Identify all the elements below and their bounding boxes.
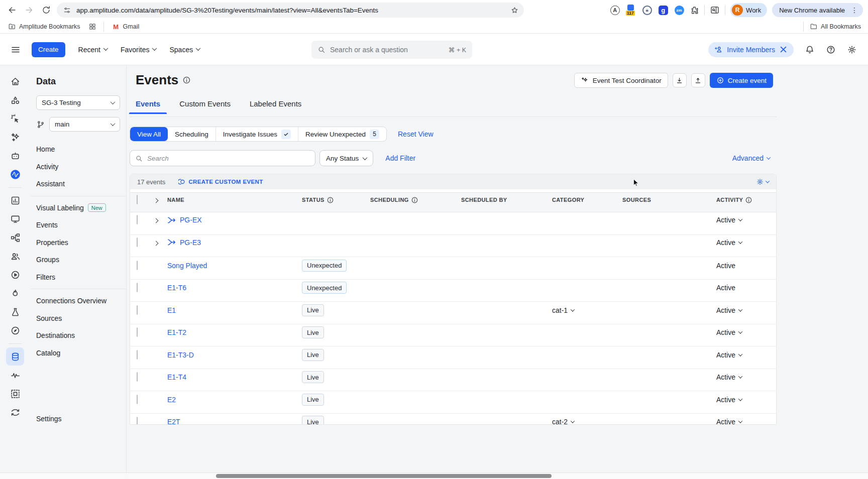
- site-settings-icon[interactable]: [63, 6, 71, 15]
- bookmark-star-icon[interactable]: [510, 6, 519, 15]
- row-checkbox[interactable]: [137, 305, 138, 315]
- password-manager-icon[interactable]: 117: [625, 5, 636, 16]
- row-checkbox[interactable]: [137, 350, 138, 360]
- rail-item-bar-chart[interactable]: [6, 191, 24, 209]
- create-custom-event-link[interactable]: CREATE CUSTOM EVENT: [178, 178, 263, 185]
- table-search-input[interactable]: Search: [130, 150, 315, 166]
- rail-item-robot[interactable]: [6, 147, 24, 165]
- column-header-activity[interactable]: ACTIVITY: [716, 197, 776, 203]
- sidebar-item-settings[interactable]: Settings: [36, 415, 62, 423]
- tab-custom-events[interactable]: Custom Events: [179, 99, 231, 114]
- activity-dropdown[interactable]: Active: [716, 238, 776, 247]
- info-icon[interactable]: [183, 76, 190, 84]
- column-header-scheduling[interactable]: SCHEDULING: [370, 197, 461, 203]
- segment-review-unexpected[interactable]: Review Unexpected5: [298, 127, 386, 141]
- notifications-bell-icon[interactable]: [805, 45, 815, 55]
- tab-labeled-events[interactable]: Labeled Events: [250, 99, 301, 114]
- grammarly-icon[interactable]: g: [658, 5, 669, 16]
- extensions-puzzle-icon[interactable]: [690, 6, 699, 15]
- horizontal-scrollbar-thumb[interactable]: [216, 474, 552, 478]
- rail-item-monitor[interactable]: [6, 210, 24, 228]
- event-name-link[interactable]: E2: [167, 396, 176, 404]
- event-name-link[interactable]: E1-T2: [167, 328, 186, 336]
- select-all-checkbox[interactable]: [137, 195, 138, 204]
- rail-item-flame[interactable]: [6, 284, 24, 302]
- event-name-link[interactable]: E1-T6: [167, 284, 186, 292]
- expand-all-chevron[interactable]: [154, 195, 161, 204]
- sidebar-item-home[interactable]: Home: [30, 141, 126, 158]
- activity-dropdown[interactable]: Active: [716, 351, 776, 359]
- rail-item-compass[interactable]: [6, 321, 24, 339]
- row-checkbox[interactable]: [137, 283, 138, 292]
- sidebar-item-events[interactable]: Events: [30, 216, 126, 234]
- activity-dropdown[interactable]: Active: [716, 396, 776, 404]
- sidebar-item-assistant[interactable]: Assistant: [30, 175, 126, 193]
- column-header-sources[interactable]: SOURCES: [622, 197, 716, 203]
- segment-investigate-issues[interactable]: Investigate Issues: [216, 127, 298, 141]
- row-checkbox[interactable]: [137, 237, 138, 247]
- sidebar-item-groups[interactable]: Groups: [30, 251, 126, 269]
- rail-item-database[interactable]: [6, 347, 24, 366]
- row-checkbox[interactable]: [137, 395, 138, 404]
- rail-item-home[interactable]: [6, 72, 24, 90]
- add-filter-link[interactable]: Add Filter: [385, 154, 415, 162]
- activity-dropdown[interactable]: Active: [716, 373, 776, 381]
- overflow-menu-icon[interactable]: ⋮: [849, 6, 860, 14]
- advanced-link[interactable]: Advanced: [732, 154, 770, 162]
- back-icon[interactable]: [7, 5, 17, 15]
- lock-extension-icon[interactable]: 🔒︎: [641, 5, 653, 16]
- favorites-menu[interactable]: Favorites: [121, 46, 157, 54]
- extension-a-icon[interactable]: A: [609, 5, 620, 16]
- event-test-coordinator-button[interactable]: Event Test Coordinator: [574, 73, 668, 88]
- help-icon[interactable]: [826, 45, 836, 55]
- column-header-scheduled-by[interactable]: SCHEDULED BY: [461, 197, 552, 203]
- event-name-link[interactable]: E1-T3-D: [167, 351, 194, 359]
- bookmark-gmail[interactable]: M Gmail: [112, 23, 140, 31]
- event-name-link[interactable]: PG-E3: [180, 238, 201, 247]
- row-checkbox[interactable]: [137, 372, 138, 382]
- forward-icon[interactable]: [24, 5, 34, 15]
- close-icon[interactable]: [779, 45, 788, 54]
- sidebar-item-visual-labeling[interactable]: Visual LabelingNew: [30, 199, 126, 217]
- profile-chip[interactable]: R Work: [730, 3, 767, 17]
- rail-item-flow[interactable]: [6, 228, 24, 247]
- rail-item-dotted-square[interactable]: [6, 385, 24, 403]
- activity-dropdown[interactable]: Active: [716, 328, 776, 336]
- spaces-menu[interactable]: Spaces: [169, 46, 200, 54]
- branch-select[interactable]: main: [49, 117, 120, 132]
- column-header-category[interactable]: CATEGORY: [552, 197, 622, 203]
- address-bar[interactable]: app.amplitude.com/data/amplitude/SG-3%20…: [57, 3, 524, 18]
- column-header-status[interactable]: STATUS: [302, 197, 370, 203]
- event-name-link[interactable]: E1-T4: [167, 373, 186, 381]
- reset-view-link[interactable]: Reset View: [398, 130, 433, 138]
- rail-item-shapes[interactable]: [6, 91, 24, 109]
- all-bookmarks-button[interactable]: All Bookmarks: [810, 23, 861, 31]
- activity-dropdown[interactable]: Active: [716, 418, 776, 425]
- url-text[interactable]: app.amplitude.com/data/amplitude/SG-3%20…: [76, 7, 510, 14]
- reload-icon[interactable]: [41, 5, 51, 15]
- bookmark-folder-amplitude[interactable]: Amplitude Bookmarks: [8, 23, 80, 31]
- sidebar-item-sources[interactable]: Sources: [30, 310, 126, 327]
- sidebar-item-catalog[interactable]: Catalog: [30, 344, 126, 362]
- status-filter-dropdown[interactable]: Any Status: [319, 150, 373, 166]
- rail-item-flask[interactable]: [6, 303, 24, 321]
- event-name-link[interactable]: E1: [167, 306, 176, 314]
- rail-item-sparkles[interactable]: [6, 128, 24, 146]
- invite-members-button[interactable]: Invite Members: [708, 42, 794, 57]
- table-settings-button[interactable]: [756, 178, 769, 186]
- event-name-link[interactable]: E2T: [167, 418, 180, 425]
- column-header-name[interactable]: NAME: [167, 197, 302, 203]
- event-name-link[interactable]: Song Played: [167, 262, 207, 270]
- chrome-update-pill[interactable]: New Chrome available ⋮: [772, 3, 863, 17]
- category-dropdown[interactable]: cat-1: [552, 306, 622, 314]
- row-expander[interactable]: [154, 215, 161, 224]
- sidebar-item-filters[interactable]: Filters: [30, 269, 126, 286]
- row-expander[interactable]: [154, 238, 161, 247]
- activity-dropdown[interactable]: Active: [716, 216, 776, 224]
- recent-menu[interactable]: Recent: [78, 46, 107, 54]
- category-dropdown[interactable]: cat-2: [552, 418, 622, 425]
- rail-item-shuffle[interactable]: [6, 403, 24, 421]
- horizontal-scrollbar-track[interactable]: [0, 472, 868, 479]
- activity-dropdown[interactable]: Active: [716, 306, 776, 314]
- create-button[interactable]: Create: [32, 42, 65, 57]
